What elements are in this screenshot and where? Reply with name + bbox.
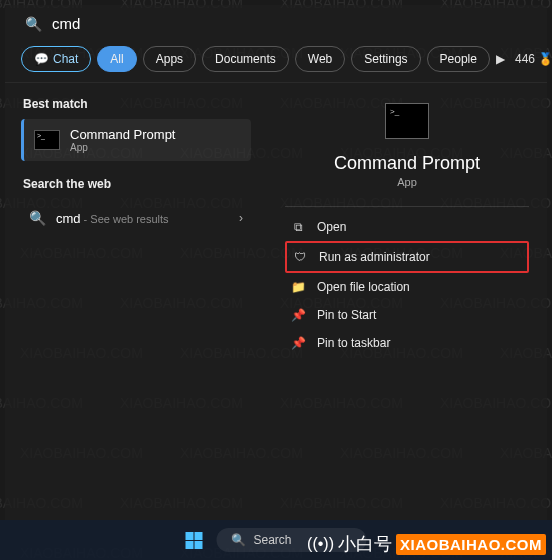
- search-icon: 🔍: [25, 16, 42, 32]
- pin-icon: 📌: [291, 336, 305, 350]
- divider: [285, 206, 529, 207]
- action-pin-to-taskbar[interactable]: 📌Pin to taskbar: [285, 329, 529, 357]
- chevron-right-icon: ›: [239, 211, 243, 225]
- chat-icon: 💬: [34, 52, 49, 66]
- web-result-cmd[interactable]: 🔍 cmd - See web results ›: [21, 199, 251, 237]
- tab-all[interactable]: All: [97, 46, 136, 72]
- pin-icon: 📌: [291, 308, 305, 322]
- preview-type: App: [285, 176, 529, 188]
- tab-web[interactable]: Web: [295, 46, 345, 72]
- search-icon: 🔍: [231, 533, 246, 547]
- folder-icon: 📁: [291, 280, 305, 294]
- play-icon[interactable]: ▶: [496, 52, 505, 66]
- best-match-heading: Best match: [23, 97, 249, 111]
- search-icon: 🔍: [29, 210, 46, 226]
- rewards-points[interactable]: 446🏅: [515, 52, 552, 66]
- preview-column: Command Prompt App ⧉Open 🛡Run as adminis…: [267, 83, 547, 507]
- cmd-icon: [34, 130, 60, 150]
- search-input[interactable]: [52, 15, 527, 32]
- search-bar[interactable]: 🔍: [5, 5, 547, 36]
- start-button[interactable]: [186, 532, 203, 549]
- tab-people[interactable]: People: [427, 46, 490, 72]
- search-web-heading: Search the web: [23, 177, 249, 191]
- action-open[interactable]: ⧉Open: [285, 213, 529, 241]
- open-icon: ⧉: [291, 220, 305, 234]
- result-command-prompt[interactable]: Command Prompt App: [21, 119, 251, 161]
- tab-documents[interactable]: Documents: [202, 46, 289, 72]
- action-run-as-administrator[interactable]: 🛡Run as administrator: [285, 241, 529, 273]
- tab-settings[interactable]: Settings: [351, 46, 420, 72]
- signal-icon: ((•)): [307, 535, 334, 553]
- preview-title: Command Prompt: [285, 153, 529, 174]
- trophy-icon: 🏅: [538, 52, 552, 66]
- tab-apps[interactable]: Apps: [143, 46, 196, 72]
- watermark-brand: ((•)) 小白号 XIAOBAIHAO.COM: [307, 532, 546, 556]
- shield-icon: 🛡: [293, 250, 307, 264]
- app-thumbnail: [385, 103, 429, 139]
- action-open-file-location[interactable]: 📁Open file location: [285, 273, 529, 301]
- tab-chat[interactable]: 💬Chat: [21, 46, 91, 72]
- results-column: Best match Command Prompt App Search the…: [5, 83, 267, 507]
- action-pin-to-start[interactable]: 📌Pin to Start: [285, 301, 529, 329]
- filter-tabs: 💬Chat All Apps Documents Web Settings Pe…: [5, 36, 547, 83]
